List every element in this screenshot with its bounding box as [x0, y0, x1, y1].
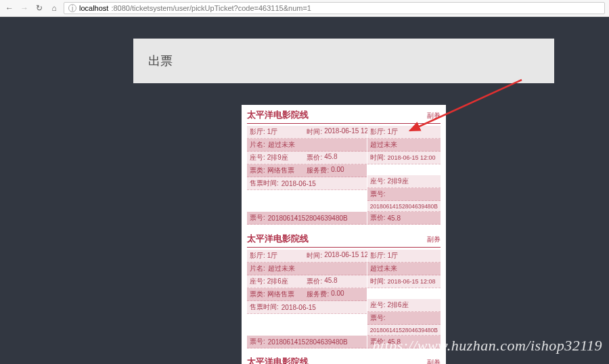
time-label: 时间:	[370, 277, 386, 286]
film-label: 片名:	[250, 264, 265, 273]
hall-label: 影厅:	[250, 251, 265, 260]
hall-value: 1厅	[388, 127, 399, 137]
back-button[interactable]: ←	[4, 3, 15, 14]
time-value: 2018-06-15 12:00	[388, 154, 436, 161]
ticketno-label: 票号:	[370, 313, 386, 323]
fee-label: 服务费:	[307, 290, 329, 299]
stub-label: 副券	[427, 235, 441, 244]
stub-label: 副券	[427, 358, 441, 364]
seat-label: 座号:	[250, 153, 265, 162]
ticket-right-col: 影厅:1厅 超过未来 时间:2018-06-15 12:00 . 座号:2排9座…	[367, 126, 441, 225]
selltime-value: 2018-06-15	[281, 304, 316, 311]
page-title: 出票	[148, 53, 173, 69]
price-label: 票价:	[307, 277, 322, 286]
hall-label: 影厅:	[370, 127, 386, 137]
price-label: 票价:	[307, 153, 322, 162]
price-label: 票价:	[370, 213, 386, 223]
seat-label: 座号:	[370, 177, 386, 186]
type-label: 票类:	[250, 166, 265, 175]
watermark-text: https://www.huzhan.com/ishop32119	[372, 337, 602, 355]
info-icon: i	[68, 4, 76, 12]
ticketno-label: 票号:	[370, 189, 386, 199]
price-value: 45.8	[324, 153, 337, 162]
page-header: 出票	[133, 39, 554, 83]
time-label: 时间:	[307, 251, 322, 260]
ticket-card: 太平洋电影院线 副券 影厅:1厅时间:2018-06-15 12:08 片名:超…	[242, 105, 446, 230]
cinema-name: 太平洋电影院线	[247, 233, 309, 245]
ticketno-value: 20180614152804639480B	[268, 214, 348, 222]
film-value: 超过未来	[370, 140, 397, 150]
type-label: 票类:	[250, 290, 265, 299]
ticketno-label: 票号:	[250, 213, 265, 223]
home-button[interactable]: ⌂	[49, 3, 60, 14]
film-label: 片名:	[250, 140, 265, 150]
time-label: 时间:	[370, 153, 386, 162]
film-value: 超过未来	[268, 140, 295, 150]
selltime-value: 2018-06-15	[281, 180, 316, 187]
time-value: 2018-06-15 12:08	[388, 278, 436, 285]
selltime-label: 售票时间:	[250, 302, 279, 312]
hall-label: 影厅:	[250, 127, 265, 137]
browser-toolbar: ← → ↻ ⌂ i localhost:8080/ticketsystem/us…	[0, 0, 609, 17]
film-value: 超过未来	[268, 264, 295, 273]
time-label: 时间:	[307, 127, 322, 137]
fee-value: 0.00	[331, 166, 344, 175]
ticket-left-col: 影厅:1厅时间:2018-06-15 12:08 片名:超过未来 座号:2排9座…	[247, 126, 367, 225]
seat-value: 2排6座	[267, 277, 288, 286]
seat-label: 座号:	[370, 300, 386, 310]
ticket-right-col: 影厅:1厅 超过未来 时间:2018-06-15 12:08 . 座号:2排6座…	[367, 250, 441, 348]
fee-value: 0.00	[331, 290, 344, 299]
page-viewport: 出票 太平洋电影院线 副券 影厅:1厅时间:2018-06-15 12:08 片…	[0, 17, 609, 364]
ticket-header: 太平洋电影院线 副券	[247, 356, 441, 364]
address-bar[interactable]: i localhost:8080/ticketsystem/user/pickU…	[64, 2, 605, 14]
hall-label: 影厅:	[370, 251, 386, 260]
ticketno-value: 20180614152804639480B	[268, 338, 348, 346]
type-value: 网络售票	[267, 166, 294, 175]
ticketno-value: 20180614152804639480B	[370, 203, 438, 210]
selltime-label: 售票时间:	[250, 179, 279, 188]
forward-button[interactable]: →	[19, 3, 30, 14]
ticket-header: 太平洋电影院线 副券	[247, 233, 441, 248]
seat-value: 2排9座	[388, 177, 409, 186]
seat-label: 座号:	[250, 277, 265, 286]
film-value: 超过未来	[370, 264, 397, 273]
cinema-name: 太平洋电影院线	[247, 356, 309, 364]
ticketno-label: 票号:	[250, 337, 265, 346]
url-rest: :8080/ticketsystem/user/pickUpTicket?cod…	[111, 4, 311, 12]
ticket-card: 太平洋电影院线 副券 影厅:1厅时间:2018-06-15 12:08 片名:超…	[242, 229, 446, 354]
cinema-name: 太平洋电影院线	[247, 109, 309, 121]
ticket-left-col: 影厅:1厅时间:2018-06-15 12:08 片名:超过未来 座号:2排6座…	[247, 250, 367, 348]
hall-value: 1厅	[388, 251, 399, 260]
reload-button[interactable]: ↻	[34, 3, 45, 14]
type-value: 网络售票	[267, 290, 294, 299]
ticket-header: 太平洋电影院线 副券	[247, 109, 441, 124]
price-value: 45.8	[388, 214, 401, 222]
fee-label: 服务费:	[307, 166, 329, 175]
price-value: 45.8	[324, 277, 337, 286]
seat-value: 2排6座	[388, 300, 409, 310]
url-host: localhost	[79, 4, 108, 12]
seat-value: 2排9座	[267, 153, 288, 162]
stub-label: 副券	[427, 111, 441, 120]
hall-value: 1厅	[267, 251, 278, 260]
hall-value: 1厅	[267, 127, 278, 137]
ticketno-value: 20180614152804639480B	[370, 327, 438, 334]
